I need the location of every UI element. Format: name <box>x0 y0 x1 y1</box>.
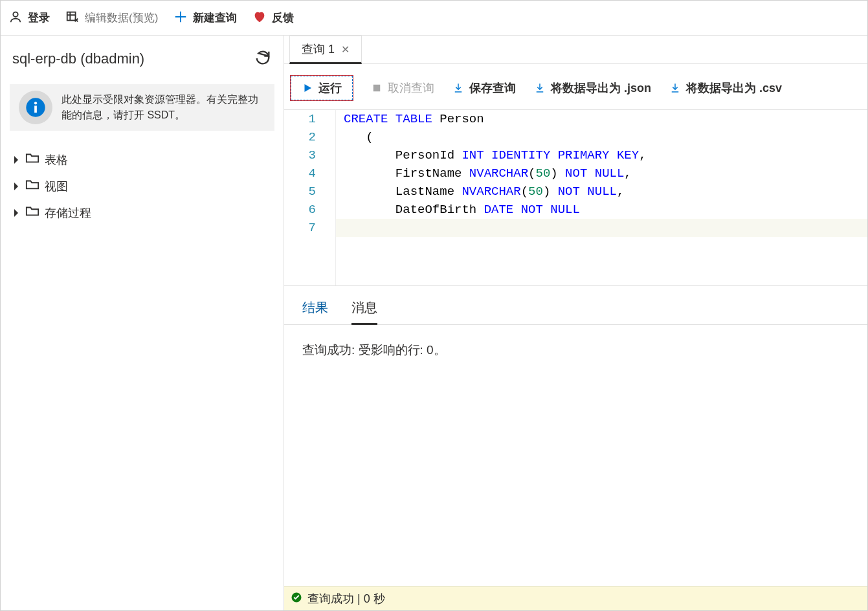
info-text: 此处显示受限对象资源管理器。有关完整功能的信息，请打开 SSDT。 <box>61 92 265 123</box>
results-tab[interactable]: 结果 <box>302 299 328 324</box>
tree-item[interactable]: 表格 <box>10 146 274 173</box>
top-toolbar: 登录 编辑数据(预览) 新建查询 反馈 <box>1 1 867 36</box>
save-query-button[interactable]: 保存查询 <box>452 80 516 96</box>
run-button[interactable]: 运行 <box>291 76 353 100</box>
caret-right-icon <box>12 155 20 164</box>
sql-editor[interactable]: 1234567 CREATE TABLE Person ( PersonId I… <box>284 110 867 286</box>
export-json-button[interactable]: 将数据导出为 .json <box>534 80 651 96</box>
svg-point-3 <box>34 102 37 104</box>
export-json-label: 将数据导出为 .json <box>551 80 651 96</box>
result-message: 查询成功: 受影响的行: 0。 <box>284 325 867 586</box>
export-csv-label: 将数据导出为 .csv <box>686 80 782 96</box>
user-icon <box>8 10 23 26</box>
login-label: 登录 <box>28 12 50 23</box>
tree-item-label: 存储过程 <box>45 205 91 221</box>
svg-rect-5 <box>373 85 381 92</box>
new-query-label: 新建查询 <box>193 12 237 23</box>
tree-item-label: 视图 <box>45 179 68 194</box>
new-query-button[interactable]: 新建查询 <box>173 10 237 26</box>
cancel-label: 取消查询 <box>388 80 434 96</box>
tree-item-label: 表格 <box>45 152 68 168</box>
object-tree: 表格视图存储过程 <box>10 141 274 226</box>
folder-icon <box>25 178 39 194</box>
heart-icon <box>252 10 267 26</box>
info-banner: 此处显示受限对象资源管理器。有关完整功能的信息，请打开 SSDT。 <box>10 84 274 131</box>
feedback-button[interactable]: 反馈 <box>252 10 294 26</box>
results-pane: 结果 消息 查询成功: 受影响的行: 0。 查询成功 | 0 秒 <box>284 286 867 610</box>
plus-icon <box>173 10 188 26</box>
query-tab-label: 查询 1 <box>302 41 335 57</box>
feedback-label: 反馈 <box>272 12 294 23</box>
caret-right-icon <box>12 182 20 191</box>
login-button[interactable]: 登录 <box>8 10 50 26</box>
refresh-button[interactable] <box>254 49 272 69</box>
edit-data-button[interactable]: 编辑数据(预览) <box>65 10 158 26</box>
svg-rect-1 <box>67 12 76 21</box>
folder-icon <box>25 205 39 221</box>
messages-tab[interactable]: 消息 <box>351 299 377 325</box>
query-toolbar: 运行 取消查询 保存查询 将数据导出为 .json 将数据导出为 .csv <box>284 64 867 110</box>
folder-icon <box>25 151 39 168</box>
status-bar: 查询成功 | 0 秒 <box>284 586 867 610</box>
table-edit-icon <box>65 10 80 26</box>
tree-item[interactable]: 视图 <box>10 173 274 199</box>
export-csv-button[interactable]: 将数据导出为 .csv <box>669 80 782 96</box>
svg-point-0 <box>13 12 17 17</box>
query-tabs: 查询 1 ✕ <box>284 36 867 64</box>
edit-data-label: 编辑数据(预览) <box>85 12 158 23</box>
active-line-highlight <box>336 219 867 237</box>
check-icon <box>291 592 302 606</box>
cancel-button: 取消查询 <box>371 80 434 96</box>
close-icon[interactable]: ✕ <box>341 43 350 56</box>
caret-right-icon <box>12 208 20 217</box>
status-text: 查询成功 | 0 秒 <box>307 591 385 606</box>
tree-item[interactable]: 存储过程 <box>10 199 274 226</box>
save-label: 保存查询 <box>469 80 516 96</box>
svg-rect-4 <box>34 106 37 113</box>
run-label: 运行 <box>318 80 342 96</box>
database-title: sql-erp-db (dbadmin) <box>12 50 144 67</box>
sidebar: sql-erp-db (dbadmin) 此处显示受限对象资源管理器。有关完整功… <box>1 36 284 610</box>
query-tab[interactable]: 查询 1 ✕ <box>289 36 362 64</box>
info-icon <box>19 91 52 124</box>
